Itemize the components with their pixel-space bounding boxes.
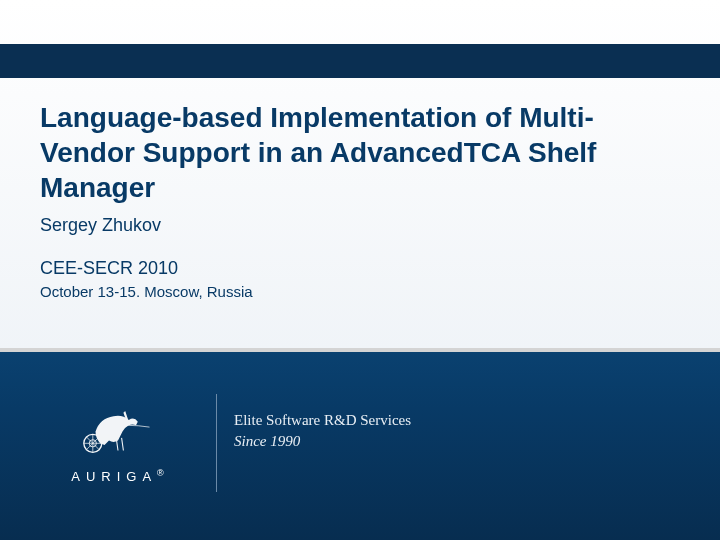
vertical-divider [216, 394, 217, 492]
author-name: Sergey Zhukov [40, 215, 660, 236]
date-location: October 13-15. Moscow, Russia [40, 283, 660, 300]
logo-text: AURIGA® [50, 468, 185, 484]
company-logo: AURIGA® [50, 400, 185, 484]
tagline-since: Since 1990 [234, 433, 411, 450]
horse-chariot-icon [73, 400, 163, 456]
presentation-title: Language-based Implementation of Multi-V… [40, 100, 660, 205]
footer-band: AURIGA® Elite Software R&D Services Sinc… [0, 348, 720, 540]
header-band [0, 44, 720, 78]
tagline-area: Elite Software R&D Services Since 1990 [234, 412, 411, 450]
event-name: CEE-SECR 2010 [40, 258, 660, 279]
tagline-service: Elite Software R&D Services [234, 412, 411, 429]
content-area: Language-based Implementation of Multi-V… [40, 100, 660, 300]
